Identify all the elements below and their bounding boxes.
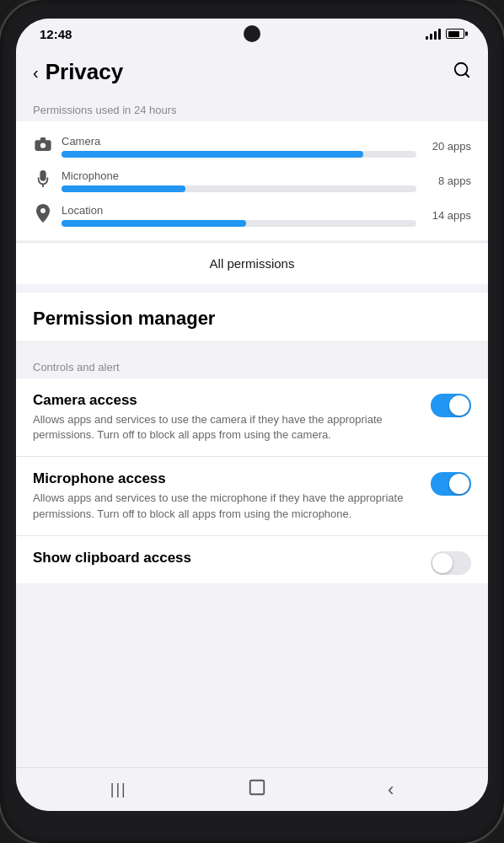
microphone-toggle-thumb <box>449 474 469 494</box>
microphone-bar-fill <box>62 185 185 192</box>
bottom-nav: ||| ‹ <box>16 767 488 811</box>
camera-count: 20 apps <box>425 140 471 153</box>
permissions-card: Camera 20 apps <box>16 121 488 240</box>
battery-icon <box>446 29 464 39</box>
microphone-permission-row: Microphone 8 apps <box>33 169 471 192</box>
microphone-perm-info: Microphone <box>62 169 416 192</box>
microphone-icon <box>33 170 53 191</box>
permissions-section-label: Permissions used in 24 hours <box>16 94 488 121</box>
microphone-access-toggle[interactable] <box>431 472 471 496</box>
clipboard-access-text: Show clipboard access <box>33 550 421 566</box>
svg-rect-4 <box>40 137 46 141</box>
phone-shell: 12:48 ‹ Privacy <box>0 0 504 843</box>
location-bar-fill <box>62 220 246 227</box>
svg-line-1 <box>465 73 469 77</box>
content: Permissions used in 24 hours Camera <box>16 94 488 767</box>
microphone-access-desc: Allows apps and services to use the micr… <box>33 491 421 521</box>
camera-icon <box>33 137 53 155</box>
section-divider-1 <box>16 284 488 293</box>
svg-point-3 <box>40 142 46 148</box>
svg-point-7 <box>40 208 46 213</box>
location-permission-row: Location 14 apps <box>33 204 471 227</box>
svg-rect-8 <box>250 781 265 795</box>
camera-access-toggle[interactable] <box>431 394 471 417</box>
page-title: Privacy <box>46 59 124 85</box>
screen: 12:48 ‹ Privacy <box>16 19 488 811</box>
microphone-count: 8 apps <box>425 175 471 187</box>
location-perm-info: Location <box>62 204 416 227</box>
microphone-bar-track <box>62 185 416 192</box>
camera-access-desc: Allows apps and services to use the came… <box>33 412 421 443</box>
header-left: ‹ Privacy <box>33 59 123 85</box>
clipboard-access-title: Show clipboard access <box>33 550 421 566</box>
back-button[interactable]: ‹ <box>33 64 39 81</box>
status-icons <box>426 28 464 40</box>
header: ‹ Privacy <box>16 49 488 94</box>
back-nav-button[interactable]: ‹ <box>374 774 407 806</box>
microphone-access-title: Microphone access <box>33 470 421 487</box>
clipboard-access-toggle[interactable] <box>431 551 471 575</box>
microphone-perm-name: Microphone <box>62 169 416 182</box>
camera-bar-track <box>62 151 416 158</box>
controls-section-label: Controls and alert <box>16 351 488 379</box>
camera-perm-info: Camera <box>62 135 416 158</box>
microphone-access-setting: Microphone access Allows apps and servic… <box>16 457 488 535</box>
camera-perm-name: Camera <box>62 135 416 148</box>
battery-fill <box>448 31 460 37</box>
location-icon <box>33 204 53 227</box>
all-permissions-button[interactable]: All permissions <box>16 242 488 284</box>
permission-manager-title: Permission manager <box>16 293 488 342</box>
location-count: 14 apps <box>425 209 471 222</box>
section-divider-2 <box>16 342 488 351</box>
clipboard-access-setting: Show clipboard access <box>16 536 488 583</box>
camera-access-setting: Camera access Allows apps and services t… <box>16 379 488 457</box>
signal-icon <box>426 28 441 40</box>
location-perm-name: Location <box>62 204 416 217</box>
search-button[interactable] <box>453 61 471 84</box>
menu-nav-button[interactable]: ||| <box>97 776 141 803</box>
home-nav-button[interactable] <box>234 773 280 806</box>
camera-toggle-thumb <box>449 395 469 416</box>
camera-access-title: Camera access <box>33 392 421 409</box>
camera-access-text: Camera access Allows apps and services t… <box>33 392 421 443</box>
clipboard-toggle-thumb <box>432 553 453 573</box>
camera-bar-fill <box>62 151 363 158</box>
status-bar: 12:48 <box>16 19 488 49</box>
camera-permission-row: Camera 20 apps <box>33 135 471 158</box>
microphone-access-text: Microphone access Allows apps and servic… <box>33 470 421 521</box>
front-camera <box>244 25 260 42</box>
svg-rect-5 <box>40 170 46 181</box>
status-time: 12:48 <box>40 27 72 41</box>
location-bar-track <box>62 220 416 227</box>
